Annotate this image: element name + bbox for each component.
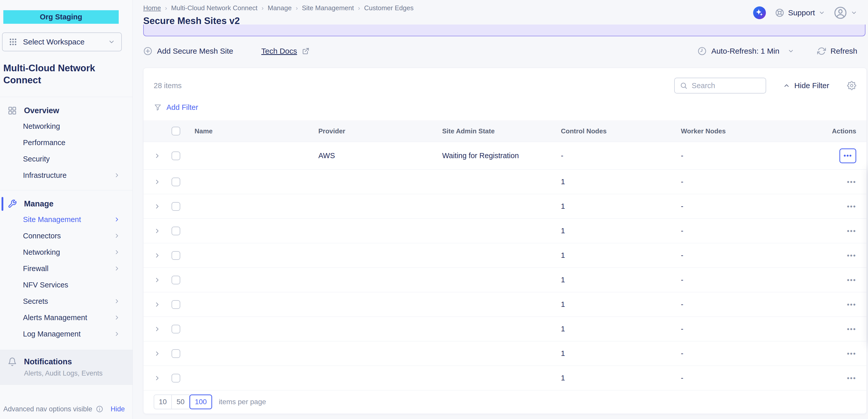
row-expander-icon[interactable] (154, 203, 172, 210)
row-actions-button[interactable]: ••• (847, 301, 856, 308)
items-per-page-label: items per page (219, 398, 266, 406)
ai-assistant-icon[interactable] (753, 6, 766, 20)
support-menu[interactable]: Support (775, 8, 825, 18)
overview-grid-icon (8, 106, 17, 115)
row-actions-button[interactable]: ••• (847, 276, 856, 284)
search-input[interactable] (691, 82, 761, 90)
row-expander-icon[interactable] (154, 301, 172, 308)
row-checkbox[interactable] (172, 300, 180, 309)
wrench-icon (8, 199, 17, 208)
row-checkbox[interactable] (172, 276, 180, 285)
row-actions-button[interactable]: ••• (847, 252, 856, 259)
sidebar-item-log-management[interactable]: Log Management (0, 326, 132, 342)
cell-worker-nodes: - (681, 374, 797, 382)
avatar-icon (834, 6, 847, 20)
cutoff-alert-banner (143, 25, 865, 36)
row-actions-button-active[interactable]: ••• (839, 148, 856, 163)
chevron-right-icon (114, 331, 120, 337)
table-row: 1 - ••• (144, 292, 866, 317)
table-row: 1 - ••• (144, 194, 866, 219)
cell-worker-nodes: - (681, 349, 797, 358)
sidebar-item-site-management[interactable]: Site Management (0, 211, 132, 228)
org-button[interactable]: Org Staging (3, 10, 119, 24)
row-actions-button[interactable]: ••• (847, 203, 856, 210)
sidebar-section-notifications[interactable]: Notifications Alerts, Audit Logs, Events (0, 350, 132, 385)
sidebar-item-networking[interactable]: Networking (0, 118, 132, 134)
add-secure-mesh-site-button[interactable]: Add Secure Mesh Site (143, 47, 233, 56)
gear-icon[interactable] (847, 81, 856, 90)
page-size-100[interactable]: 100 (189, 394, 212, 409)
row-expander-icon[interactable] (154, 152, 172, 159)
sidebar-item-label: Networking (23, 122, 60, 130)
row-expander-icon[interactable] (154, 228, 172, 235)
items-count: 28 items (154, 82, 182, 90)
sidebar-item-label: Connectors (23, 232, 61, 240)
refresh-button[interactable]: Refresh (817, 47, 857, 55)
breadcrumb-customer-edges[interactable]: Customer Edges (364, 4, 413, 12)
row-expander-icon[interactable] (154, 276, 172, 283)
workspace-selector[interactable]: Select Workspace (2, 32, 122, 51)
user-menu[interactable] (834, 6, 857, 20)
row-checkbox[interactable] (172, 251, 180, 260)
cell-control-nodes: 1 (561, 374, 681, 382)
row-expander-icon[interactable] (154, 326, 172, 333)
row-checkbox[interactable] (172, 178, 180, 186)
search-icon (680, 82, 687, 89)
active-section-indicator (2, 197, 3, 211)
row-checkbox[interactable] (172, 349, 180, 358)
sidebar-item-label: Secrets (23, 297, 48, 305)
select-all-checkbox[interactable] (172, 127, 180, 136)
row-expander-icon[interactable] (154, 375, 172, 382)
add-filter-button[interactable]: Add Filter (154, 103, 866, 112)
sidebar-item-security[interactable]: Security (0, 151, 132, 167)
sidebar-item-infrastructure[interactable]: Infrastructure (0, 167, 132, 183)
row-checkbox[interactable] (172, 374, 180, 383)
page-size-50[interactable]: 50 (172, 394, 189, 409)
row-expander-icon[interactable] (154, 252, 172, 259)
sidebar-section-overview[interactable]: Overview (0, 103, 132, 118)
sidebar-item-alerts-management[interactable]: Alerts Management (0, 309, 132, 326)
sidebar-item-firewall[interactable]: Firewall (0, 260, 132, 277)
row-checkbox[interactable] (172, 227, 180, 235)
table-row: 1 - ••• (144, 170, 866, 194)
breadcrumb-separator: › (296, 5, 298, 12)
breadcrumb-site-management[interactable]: Site Management (302, 4, 354, 12)
notifications-subtitle: Alerts, Audit Logs, Events (24, 369, 103, 377)
col-worker-nodes: Worker Nodes (681, 127, 797, 135)
add-button-label: Add Secure Mesh Site (157, 47, 233, 55)
hide-nav-link[interactable]: Hide (111, 405, 125, 413)
auto-refresh-dropdown[interactable]: Auto-Refresh: 1 Min (698, 47, 794, 56)
hide-filter-toggle[interactable]: Hide Filter (783, 81, 829, 90)
sidebar-item-nfv-services[interactable]: NFV Services (0, 277, 132, 293)
row-actions-button[interactable]: ••• (847, 325, 856, 333)
breadcrumb-manage[interactable]: Manage (268, 4, 292, 12)
support-label: Support (788, 8, 815, 17)
row-actions-button[interactable]: ••• (847, 227, 856, 235)
funnel-icon (154, 103, 162, 112)
search-box[interactable] (674, 78, 766, 93)
app-title: Multi-Cloud Network Connect (3, 62, 118, 86)
auto-refresh-label: Auto-Refresh: 1 Min (711, 47, 779, 55)
row-checkbox[interactable] (172, 151, 180, 160)
workspace-selector-label: Select Workspace (23, 37, 85, 46)
breadcrumb-mcn-connect[interactable]: Multi-Cloud Network Connect (171, 4, 257, 12)
row-actions-button[interactable]: ••• (847, 350, 856, 357)
chevron-right-icon (114, 249, 120, 256)
row-checkbox[interactable] (172, 325, 180, 333)
sidebar-item-connectors[interactable]: Connectors (0, 228, 132, 244)
sidebar-item-networking-manage[interactable]: Networking (0, 244, 132, 260)
cell-worker-nodes: - (681, 202, 797, 211)
row-checkbox[interactable] (172, 202, 180, 211)
row-expander-icon[interactable] (154, 350, 172, 357)
row-actions-button[interactable]: ••• (847, 374, 856, 382)
page-size-10[interactable]: 10 (154, 394, 172, 409)
col-provider: Provider (318, 127, 442, 135)
tech-docs-link[interactable]: Tech Docs (261, 47, 309, 55)
row-expander-icon[interactable] (154, 178, 172, 185)
sidebar-item-performance[interactable]: Performance (0, 134, 132, 151)
row-actions-button[interactable]: ••• (847, 178, 856, 186)
sidebar-item-secrets[interactable]: Secrets (0, 293, 132, 309)
cell-provider: AWS (318, 151, 442, 160)
sidebar-section-manage[interactable]: Manage (0, 197, 132, 211)
breadcrumb-home[interactable]: Home (143, 4, 161, 12)
